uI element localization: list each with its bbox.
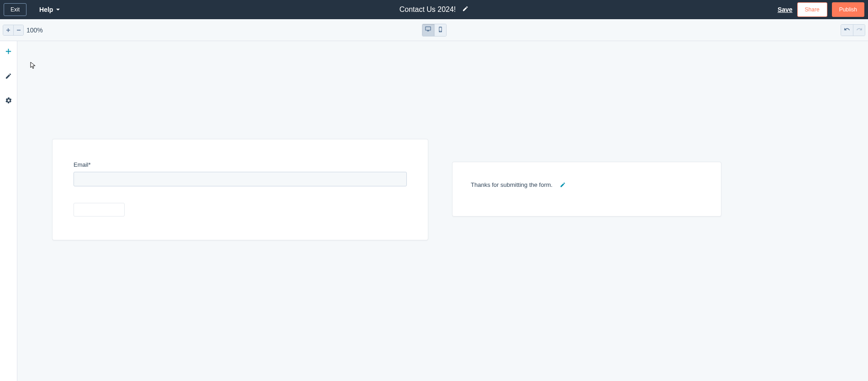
left-sidebar — [0, 41, 17, 381]
device-toggle — [422, 24, 447, 37]
plus-icon — [6, 26, 11, 34]
thankyou-preview-card[interactable]: Thanks for submitting the form. — [452, 162, 721, 217]
zoom-out-button[interactable] — [13, 25, 23, 35]
share-button[interactable]: Share — [797, 2, 827, 17]
help-menu-label: Help — [39, 6, 53, 13]
save-link[interactable]: Save — [778, 6, 793, 13]
top-navbar: Exit Help Contact Us 2024! Save Share Pu… — [0, 0, 868, 19]
pencil-icon — [5, 73, 12, 81]
main-layout: Email* Thanks for submitting the form. — [0, 41, 868, 381]
undo-button[interactable] — [841, 25, 853, 36]
gear-icon — [5, 97, 12, 106]
exit-button[interactable]: Exit — [4, 3, 26, 16]
redo-button[interactable] — [853, 25, 865, 36]
settings-tool[interactable] — [5, 97, 12, 106]
form-preview-card[interactable]: Email* — [52, 139, 428, 240]
help-menu[interactable]: Help — [39, 6, 60, 13]
zoom-in-button[interactable] — [3, 25, 13, 35]
zoom-level: 100% — [26, 26, 43, 34]
navbar-title-group: Contact Us 2024! — [400, 5, 469, 14]
mobile-view-button[interactable] — [434, 24, 446, 36]
pencil-icon[interactable] — [560, 181, 566, 190]
edit-tool[interactable] — [5, 73, 12, 81]
history-controls — [841, 24, 865, 36]
desktop-icon — [425, 26, 431, 34]
minus-icon — [16, 26, 21, 34]
navbar-actions: Save Share Publish — [778, 2, 864, 17]
desktop-view-button[interactable] — [422, 24, 434, 36]
email-field[interactable] — [74, 172, 407, 186]
plus-icon — [5, 48, 12, 57]
pencil-icon[interactable] — [462, 5, 468, 14]
submit-button-placeholder[interactable] — [74, 203, 125, 217]
canvas-area[interactable]: Email* Thanks for submitting the form. — [17, 41, 868, 381]
editor-toolbar: 100% — [0, 19, 868, 41]
zoom-button-group — [3, 25, 24, 36]
add-element-tool[interactable] — [5, 48, 12, 57]
redo-icon — [856, 26, 863, 34]
thankyou-message: Thanks for submitting the form. — [471, 181, 552, 188]
email-field-label: Email* — [74, 161, 407, 168]
zoom-controls: 100% — [3, 25, 43, 36]
undo-icon — [844, 26, 850, 34]
publish-button[interactable]: Publish — [832, 2, 864, 17]
chevron-down-icon — [56, 6, 60, 13]
page-title: Contact Us 2024! — [400, 5, 456, 14]
cursor-icon — [30, 62, 36, 71]
mobile-icon — [437, 26, 443, 34]
